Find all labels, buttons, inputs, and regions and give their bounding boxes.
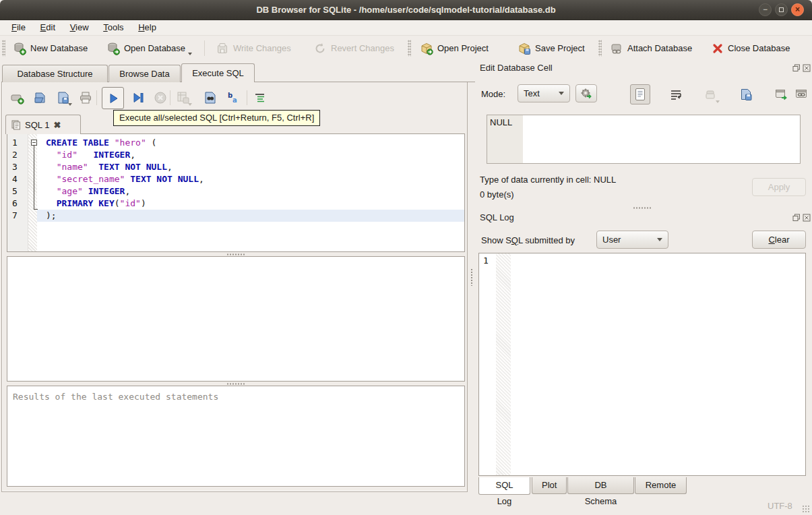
close-database-button[interactable]: Close Database <box>708 38 794 58</box>
tab-browse-data[interactable]: Browse Data <box>108 65 181 82</box>
mode-combobox[interactable]: Text <box>518 84 570 102</box>
float-panel-icon[interactable] <box>792 64 801 72</box>
titlebar[interactable]: DB Browser for SQLite - /home/user/code/… <box>0 0 812 20</box>
execute-current-line-button[interactable] <box>129 88 148 107</box>
fold-margin <box>28 173 37 185</box>
attach-database-label: Attach Database <box>627 43 692 53</box>
tab-database-structure[interactable]: Database Structure <box>2 65 108 82</box>
text-mode-button[interactable] <box>630 84 650 104</box>
open-database-button[interactable]: Open Database <box>102 38 196 58</box>
results-message-pane[interactable]: Results of the last executed statements <box>7 386 465 487</box>
new-sql-tab-button[interactable] <box>8 88 27 107</box>
apply-mode-button[interactable] <box>575 84 597 102</box>
execute-all-sql-button[interactable] <box>102 87 124 109</box>
menu-file[interactable]: File <box>5 20 32 35</box>
editor-line-1[interactable]: 1CREATE TABLE "hero" ( <box>7 137 464 149</box>
open-in-external-app-button[interactable] <box>771 84 791 104</box>
close-button[interactable]: × <box>791 3 804 16</box>
close-database-icon <box>712 42 724 55</box>
line-text: "age" INTEGER, <box>37 185 464 198</box>
format-sql-button[interactable] <box>251 88 270 107</box>
bottom-tab-sql-log[interactable]: SQL Log <box>478 477 530 495</box>
copy-link-button[interactable] <box>792 84 810 104</box>
line-text: ); <box>37 210 464 222</box>
bottom-tab-remote[interactable]: Remote <box>635 477 687 494</box>
tab-execute-sql[interactable]: Execute SQL <box>181 63 255 82</box>
toolbar-drag-handle[interactable] <box>2 40 5 57</box>
editor-line-3[interactable]: 3 "name" TEXT NOT NULL, <box>7 161 464 173</box>
sql-code-editor[interactable]: 1CREATE TABLE "hero" (2 "id" INTEGER,3 "… <box>7 133 465 252</box>
editor-line-7[interactable]: 7); <box>7 210 464 222</box>
open-project-button[interactable]: Open Project <box>416 38 493 58</box>
window-title: DB Browser for SQLite - /home/user/code/… <box>0 0 812 20</box>
chevron-down-icon <box>559 92 564 95</box>
fold-margin <box>28 161 37 173</box>
bottom-tab-db-schema[interactable]: DB Schema <box>567 477 634 494</box>
revert-changes-icon <box>313 42 327 55</box>
menu-view[interactable]: View <box>64 20 95 35</box>
editor-line-4[interactable]: 4 "secret_name" TEXT NOT NULL, <box>7 173 464 185</box>
print-button[interactable] <box>76 88 95 107</box>
find-button[interactable] <box>201 88 220 107</box>
results-grid-pane[interactable] <box>7 256 465 382</box>
fold-marker-icon[interactable] <box>31 140 37 146</box>
toolbar-drag-handle[interactable] <box>408 40 411 57</box>
fold-margin <box>28 149 37 161</box>
close-database-label: Close Database <box>728 43 790 53</box>
open-database-dropdown-icon[interactable] <box>188 53 192 55</box>
stop-execution-button <box>151 88 170 107</box>
find-replace-button[interactable]: b a <box>224 88 243 107</box>
edit-cell-panel-title: Edit Database Cell <box>480 63 553 73</box>
fold-margin <box>28 198 37 210</box>
export-to-file-button[interactable] <box>736 84 756 104</box>
editor-line-6[interactable]: 6 PRIMARY KEY("id") <box>7 198 464 210</box>
float-panel-icon[interactable] <box>792 214 801 222</box>
sql-log-view[interactable]: 1 <box>478 253 806 476</box>
toolbar-drag-handle[interactable] <box>598 40 602 57</box>
menu-tools[interactable]: Tools <box>97 20 129 35</box>
clear-log-button[interactable]: Clear <box>752 231 806 249</box>
dock-splitter-handle[interactable] <box>470 268 474 286</box>
line-number: 7 <box>7 210 28 222</box>
sql-toolbar-separator <box>247 90 247 105</box>
minimize-button[interactable]: − <box>759 3 772 16</box>
menu-edit[interactable]: Edit <box>34 20 61 35</box>
resize-grip[interactable] <box>802 505 810 513</box>
open-project-icon <box>420 42 433 55</box>
sql-toolbar-separator <box>96 90 97 105</box>
import-from-file-button <box>701 84 721 104</box>
sql1-tab[interactable]: SQL 1 ✖ <box>5 115 81 134</box>
menu-help[interactable]: Help <box>132 20 162 35</box>
line-number: 6 <box>7 198 28 210</box>
cell-value-editor[interactable]: NULL <box>487 115 801 164</box>
main-toolbar: New Database Open Database Write Changes <box>0 36 812 61</box>
execute-current-line-icon <box>131 91 145 104</box>
menubar: File Edit View Tools Help <box>0 20 812 36</box>
cell-editor-gutter: NULL <box>487 115 523 163</box>
line-text: "id" INTEGER, <box>37 149 464 161</box>
log-line-number: 1 <box>483 255 489 266</box>
save-project-button[interactable]: Save Project <box>513 38 589 58</box>
print-icon <box>78 90 93 105</box>
svg-text:a: a <box>232 96 237 104</box>
cell-log-splitter[interactable] <box>633 206 651 210</box>
apply-button-label: Apply <box>768 182 790 192</box>
close-panel-icon[interactable] <box>803 64 811 72</box>
write-changes-button: Write Changes <box>212 38 295 58</box>
log-filter-combobox[interactable]: User <box>596 231 668 249</box>
results-placeholder: Results of the last executed statements <box>7 386 464 402</box>
attach-database-button[interactable]: Attach Database <box>606 38 696 58</box>
editor-line-2[interactable]: 2 "id" INTEGER, <box>7 149 464 161</box>
close-panel-icon[interactable] <box>803 214 811 222</box>
open-sql-file-icon <box>33 90 48 105</box>
new-database-button[interactable]: New Database <box>9 38 92 58</box>
bottom-tab-plot[interactable]: Plot <box>532 477 567 494</box>
word-wrap-button[interactable] <box>666 84 686 104</box>
save-sql-dropdown-icon[interactable] <box>68 103 72 106</box>
execute-all-sql-icon <box>106 92 120 105</box>
maximize-button[interactable] <box>775 3 788 16</box>
editor-line-5[interactable]: 5 "age" INTEGER, <box>7 185 464 198</box>
save-sql-file-button[interactable] <box>54 88 73 107</box>
open-sql-file-button[interactable] <box>31 88 50 107</box>
sql1-tab-close-icon[interactable]: ✖ <box>53 120 61 130</box>
